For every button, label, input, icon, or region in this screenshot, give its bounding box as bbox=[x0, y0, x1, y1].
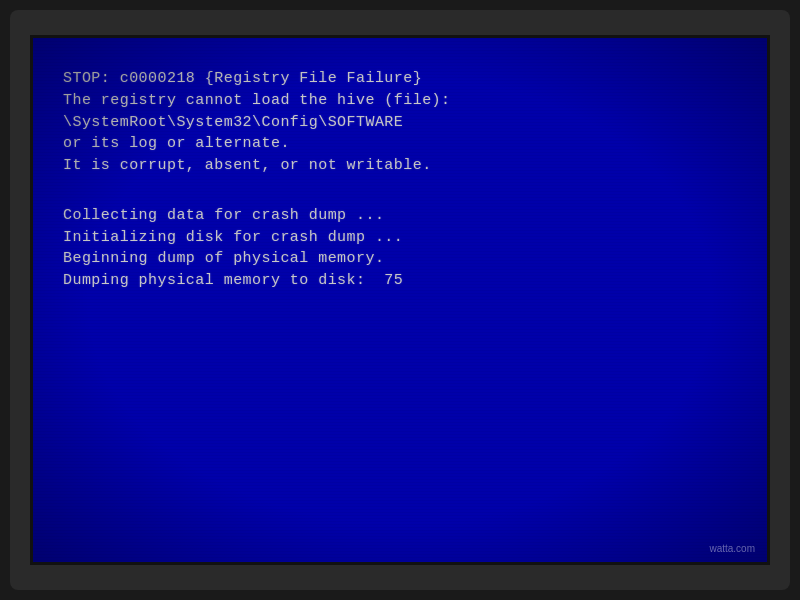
bsod-line-3: \SystemRoot\System32\Config\SOFTWARE bbox=[63, 112, 737, 134]
bsod-line-9: Dumping physical memory to disk: 75 bbox=[63, 270, 737, 292]
bsod-dump-block: Collecting data for crash dump ... Initi… bbox=[63, 205, 737, 292]
bsod-line-7: Initializing disk for crash dump ... bbox=[63, 227, 737, 249]
bsod-line-5: It is corrupt, absent, or not writable. bbox=[63, 155, 737, 177]
monitor-outer: STOP: c0000218 {Registry File Failure} T… bbox=[10, 10, 790, 590]
bsod-error-block: STOP: c0000218 {Registry File Failure} T… bbox=[63, 68, 737, 177]
watermark: watta.com bbox=[709, 543, 755, 554]
bsod-line-6: Collecting data for crash dump ... bbox=[63, 205, 737, 227]
bsod-line-8: Beginning dump of physical memory. bbox=[63, 248, 737, 270]
bsod-line-1: STOP: c0000218 {Registry File Failure} bbox=[63, 68, 737, 90]
bsod-line-4: or its log or alternate. bbox=[63, 133, 737, 155]
bsod-line-2: The registry cannot load the hive (file)… bbox=[63, 90, 737, 112]
bsod-content: STOP: c0000218 {Registry File Failure} T… bbox=[63, 68, 737, 532]
bsod-screen: STOP: c0000218 {Registry File Failure} T… bbox=[30, 35, 770, 565]
